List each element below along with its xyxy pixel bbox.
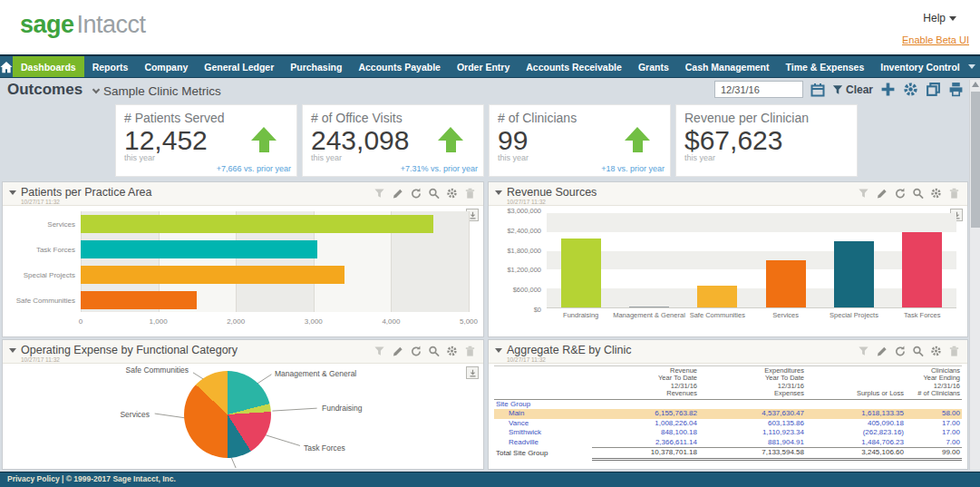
footer-text: Privacy Policy | © 1999-2017 Sage Intacc…: [0, 472, 980, 483]
column-label-safe-communities: Safe Communities: [678, 312, 756, 320]
panel-title: Operating Expense by Functional Category: [21, 344, 238, 356]
nav-item-inventory-control[interactable]: Inventory Control: [872, 56, 968, 77]
filter-funnel-icon: [832, 84, 843, 95]
column-management-general: [629, 307, 669, 307]
nav-item-company[interactable]: Company: [136, 56, 196, 77]
settings-button[interactable]: [903, 82, 918, 97]
gear-icon[interactable]: [930, 346, 942, 357]
filter-funnel-icon[interactable]: [374, 188, 385, 200]
surplus-cell: 1,618,133.35: [806, 409, 906, 419]
calendar-icon[interactable]: [810, 83, 825, 97]
expenses-cell: 881,904.91: [699, 438, 806, 448]
dashboard-selector[interactable]: Sample Clinic Metrics: [93, 84, 221, 98]
filter-funnel-icon[interactable]: [858, 346, 869, 357]
y-tick: $2,400,000: [507, 227, 541, 235]
zoom-icon[interactable]: [428, 346, 440, 357]
table-row-smithwick: Smithwick848,100.181,110,923.34(262,823.…: [494, 428, 962, 438]
clinic-link[interactable]: Readville: [494, 438, 592, 448]
nav-item-reports[interactable]: Reports: [84, 56, 137, 77]
trash-icon[interactable]: [948, 346, 960, 357]
nav-item-accounts-payable[interactable]: Accounts Payable: [350, 56, 448, 77]
collapse-chevron-icon[interactable]: [9, 348, 16, 353]
refresh-icon[interactable]: [894, 188, 906, 200]
gear-icon[interactable]: [446, 188, 458, 200]
zoom-icon[interactable]: [428, 188, 440, 200]
gear-icon[interactable]: [446, 346, 458, 357]
zoom-icon[interactable]: [912, 346, 924, 357]
kpi-title: # of Clinicians: [498, 111, 662, 125]
clinic-link[interactable]: Main: [494, 409, 592, 419]
date-input[interactable]: [714, 81, 803, 98]
column-safe-communities: [697, 286, 737, 307]
column-header: [494, 366, 592, 400]
panel-operating-expense: Operating Expense by Functional Category…: [2, 339, 484, 470]
collapse-chevron-icon[interactable]: [495, 190, 502, 195]
nav-item-general-ledger[interactable]: General Ledger: [196, 56, 282, 77]
trash-icon[interactable]: [464, 188, 476, 200]
nav-item-dashboards[interactable]: Dashboards: [13, 56, 84, 77]
gear-icon[interactable]: [930, 188, 942, 200]
scrollbar-thumb[interactable]: [971, 92, 980, 228]
pie-chart: [184, 371, 271, 458]
panel-header: Patients per Practice Area 10/27/17 11:3…: [3, 182, 483, 206]
bar-label-task-forces: Task Forces: [3, 246, 75, 254]
top-header: sageIntacct Help Enable Beta UI: [0, 0, 980, 54]
column-header: RevenueYear To Date12/31/16Revenues: [592, 366, 699, 400]
clinic-link[interactable]: Smithwick: [494, 428, 592, 438]
scroll-up-arrow-icon[interactable]: [972, 82, 979, 87]
clear-label: Clear: [846, 83, 873, 96]
edit-pencil-icon[interactable]: [876, 346, 888, 357]
x-tick: 0: [79, 317, 82, 326]
surplus-cell: 405,090.18: [806, 419, 906, 429]
nav-item-grants[interactable]: Grants: [630, 56, 677, 77]
panel-timestamp: 10/27/17 11:32: [21, 199, 60, 205]
zoom-icon[interactable]: [912, 188, 924, 200]
clear-filter-button[interactable]: Clear: [832, 83, 873, 96]
trash-icon[interactable]: [948, 188, 960, 200]
panel-icons: [858, 346, 960, 357]
dashboard-name: Sample Clinic Metrics: [103, 84, 221, 98]
nav-item-order-entry[interactable]: Order Entry: [449, 56, 518, 77]
enable-beta-ui-link[interactable]: Enable Beta UI: [902, 34, 969, 45]
total-row: Total Site Group10,378,701.187,133,594.5…: [494, 448, 962, 460]
trash-icon[interactable]: [464, 346, 476, 357]
column-services: [766, 260, 806, 307]
add-component-button[interactable]: [880, 82, 896, 97]
x-tick: 1,000: [150, 317, 168, 326]
clinic-link[interactable]: Vance: [494, 419, 592, 429]
nav-item-purchasing[interactable]: Purchasing: [282, 56, 350, 77]
refresh-icon[interactable]: [410, 346, 422, 357]
expenses-cell: 603,135.86: [699, 419, 806, 429]
site-group-link[interactable]: Site Group: [494, 399, 592, 409]
refresh-icon[interactable]: [894, 346, 906, 357]
nav-item-time-expenses[interactable]: Time & Expenses: [778, 56, 873, 77]
nav-overflow-chevron-icon[interactable]: [968, 64, 975, 69]
table-row-readville: Readville2,366,611.14881,904.911,484,706…: [494, 438, 962, 448]
kpi-card-of-clinicians: # of Clinicians99this year+18 vs. prior …: [489, 104, 671, 177]
help-menu[interactable]: Help: [923, 12, 956, 24]
refresh-icon[interactable]: [410, 188, 422, 200]
collapse-chevron-icon[interactable]: [9, 190, 16, 195]
nav-item-cash-management[interactable]: Cash Management: [677, 56, 778, 77]
surplus-cell: (262,823.16): [806, 428, 906, 438]
vertical-scrollbar[interactable]: [969, 80, 980, 470]
home-button[interactable]: [0, 56, 13, 77]
copy-dashboard-button[interactable]: [926, 82, 941, 97]
nav-item-accounts-receivable[interactable]: Accounts Receivable: [518, 56, 630, 77]
dashboard-toolbar: Outcomes Sample Clinic Metrics Clear: [0, 78, 980, 102]
main-nav: DashboardsReportsCompanyGeneral LedgerPu…: [0, 54, 980, 78]
filter-funnel-icon[interactable]: [858, 188, 869, 200]
panel-header: Operating Expense by Functional Category…: [3, 340, 483, 364]
help-caret-icon: [949, 16, 956, 21]
nav-right: ★: [968, 56, 980, 77]
table-row-vance: Vance1,008,226.04603,135.86405,090.1817.…: [494, 419, 962, 429]
edit-pencil-icon[interactable]: [392, 346, 403, 357]
collapse-chevron-icon[interactable]: [495, 348, 502, 353]
edit-pencil-icon[interactable]: [876, 188, 888, 200]
arrow-head: [625, 127, 650, 141]
print-button[interactable]: [948, 82, 964, 97]
pie-label-task-forces: Task Forces: [304, 443, 345, 453]
filter-funnel-icon[interactable]: [374, 346, 385, 357]
sage-intacct-logo: sageIntacct: [20, 11, 146, 39]
edit-pencil-icon[interactable]: [392, 188, 403, 200]
